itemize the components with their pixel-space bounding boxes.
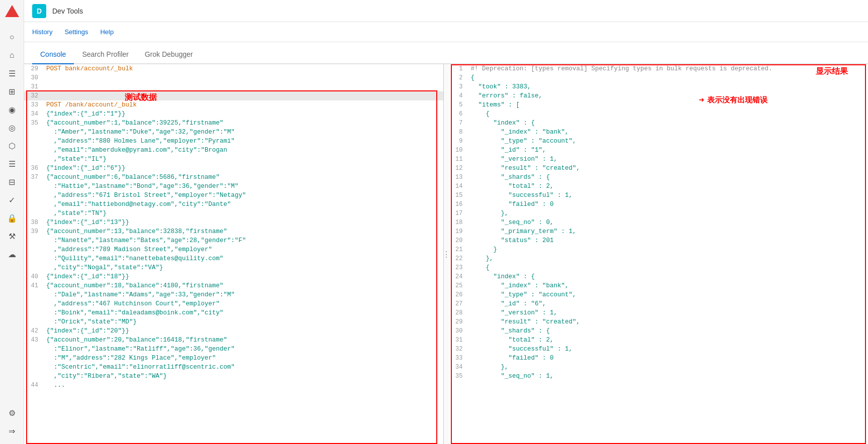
line-number <box>24 209 42 218</box>
line-content: "_index" : "bank", <box>467 281 869 290</box>
right-code-line: 11 "_version" : 1, <box>449 155 869 164</box>
line-content: "successful" : 1, <box>467 191 869 200</box>
line-number: 17 <box>449 209 467 218</box>
line-number: 39 <box>24 227 42 236</box>
line-content: {"account_number":6,"balance":5686,"firs… <box>42 173 443 182</box>
line-number: 6 <box>449 109 467 119</box>
left-code-line: :"Dale","lastname":"Adams","age":33,"gen… <box>24 290 443 299</box>
right-code-line: 18 "_seq_no" : 0, <box>449 218 869 227</box>
panel-splitter[interactable]: ⋮ <box>444 64 449 444</box>
line-number: 18 <box>449 218 467 227</box>
line-content: ... <box>42 381 443 390</box>
title-bar: D Dev Tools <box>24 0 868 22</box>
line-number: 31 <box>24 82 42 91</box>
line-number: 29 <box>24 64 42 73</box>
right-code-line: 25 "_index" : "bank", <box>449 281 869 290</box>
right-code-line: 14 "total" : 2, <box>449 182 869 191</box>
sidebar-icon-stack[interactable]: ⊟ <box>5 175 19 189</box>
line-number: 20 <box>449 236 467 245</box>
line-number: 36 <box>24 164 42 173</box>
line-content: :"Elinor","lastname":"Ratliff","age":36,… <box>42 345 443 354</box>
line-number: 28 <box>449 308 467 317</box>
sidebar-icon-gear[interactable]: ⚙ <box>5 406 19 420</box>
nav-settings[interactable]: Settings <box>64 28 88 36</box>
line-content: ,"city":"Ribera","state":"WA"} <box>42 372 443 381</box>
line-number <box>24 254 42 263</box>
sidebar-icon-grid[interactable]: ⊞ <box>5 84 19 98</box>
left-code-line: ,"city":"Nogal","state":"VA"} <box>24 263 443 272</box>
line-number: 38 <box>24 218 42 227</box>
line-number: 3 <box>449 82 467 91</box>
line-number: 33 <box>449 354 467 363</box>
sidebar-icon-person[interactable]: ◉ <box>5 102 19 117</box>
right-code-line: 33 "failed" : 0 <box>449 354 869 363</box>
sidebar-icon-arrow[interactable]: ⇒ <box>5 424 19 438</box>
line-number <box>24 363 42 372</box>
right-code-line: 26 "_type" : "account", <box>449 290 869 299</box>
tab-grok-debugger[interactable]: Grok Debugger <box>137 45 201 64</box>
right-code-line: 31 "total" : 2, <box>449 336 869 345</box>
right-code-line: 20 "status" : 201 <box>449 236 869 245</box>
left-code-line: 41{"account_number":18,"balance":4180,"f… <box>24 281 443 290</box>
line-number: 15 <box>449 191 467 200</box>
line-content: "items" : [ <box>467 100 869 109</box>
line-number: 12 <box>449 164 467 173</box>
sidebar-icon-check[interactable]: ✓ <box>5 193 19 207</box>
line-content: {"account_number":18,"balance":4180,"fir… <box>42 281 443 290</box>
line-content: "failed" : 0 <box>467 354 869 363</box>
right-code-line: 13 "_shards" : { <box>449 173 869 182</box>
sidebar-icon-cloud[interactable]: ☁ <box>5 247 19 261</box>
line-content: "_seq_no" : 1, <box>467 372 869 381</box>
tab-search-profiler[interactable]: Search Profiler <box>74 45 137 64</box>
line-number: 37 <box>24 173 42 182</box>
line-number: 26 <box>449 290 467 299</box>
line-number: 43 <box>24 336 42 345</box>
left-code-line: 43{"account_number":20,"balance":16418,"… <box>24 336 443 345</box>
left-panel[interactable]: 测试数据 29POST bank/account/_bulk30313233PO… <box>24 64 444 444</box>
left-code-line: :"Quility","email":"nanettebates@quility… <box>24 254 443 263</box>
sidebar-icon-document[interactable]: ☰ <box>5 157 19 171</box>
sidebar-icon-target[interactable]: ◎ <box>5 121 19 135</box>
line-content: ,"city":"Nogal","state":"VA"} <box>42 263 443 272</box>
tab-console[interactable]: Console <box>32 45 74 64</box>
line-number: 40 <box>24 272 42 281</box>
left-code-line: 37{"account_number":6,"balance":5686,"fi… <box>24 173 443 182</box>
line-number: 31 <box>449 336 467 345</box>
line-number: 44 <box>24 381 42 390</box>
sidebar: ○ ⌂ ☰ ⊞ ◉ ◎ ⬡ ☰ ⊟ ✓ 🔒 ⚒ ☁ ⚙ ⇒ <box>0 0 24 444</box>
line-number: 34 <box>449 363 467 372</box>
line-content: "failed" : 0 <box>467 200 869 209</box>
line-content: "_id" : "1", <box>467 146 869 155</box>
left-code-line: :"Orick","state":"MD"} <box>24 317 443 326</box>
line-content: :"Orick","state":"MD"} <box>42 317 443 326</box>
left-code-line: 30 <box>24 73 443 82</box>
line-number <box>24 299 42 308</box>
left-code-line: ,"email":"hattiebond@netagy.com","city":… <box>24 200 443 209</box>
line-content: "_index" : "bank", <box>467 128 869 137</box>
nav-history[interactable]: History <box>32 28 52 36</box>
sidebar-icon-tool[interactable]: ⚒ <box>5 229 19 243</box>
right-code-line: 3 "took" : 3383, <box>449 82 869 91</box>
right-code-line: 32 "successful" : 1, <box>449 345 869 354</box>
line-number: 21 <box>449 245 467 254</box>
line-number <box>24 308 42 317</box>
left-code-line: 31 <box>24 82 443 91</box>
nav-help[interactable]: Help <box>100 28 114 36</box>
sidebar-icon-shield[interactable]: ⬡ <box>5 139 19 153</box>
line-content: "total" : 2, <box>467 336 869 345</box>
left-code-line: 44 ... <box>24 381 443 390</box>
sidebar-icon-circle[interactable]: ○ <box>5 30 19 44</box>
line-content: { <box>467 263 869 272</box>
sidebar-icon-lock[interactable]: 🔒 <box>5 211 19 225</box>
line-content: ,"email":"amberduke@pyrami.com","city":"… <box>42 146 443 155</box>
line-content: {"index":{"_id":"6"}} <box>42 164 443 173</box>
left-code-line: 35{"account_number":1,"balance":39225,"f… <box>24 119 443 128</box>
line-number: 8 <box>449 128 467 137</box>
right-panel[interactable]: ➜ 表示没有出现错误 显示结果 1#! Deprecation: [types … <box>449 64 869 444</box>
line-number: 9 <box>449 137 467 146</box>
line-number: 14 <box>449 182 467 191</box>
line-content <box>42 91 443 100</box>
sidebar-icon-list[interactable]: ☰ <box>5 66 19 80</box>
line-content: ,"address":"467 Hutchinson Court","emplo… <box>42 299 443 308</box>
sidebar-icon-home[interactable]: ⌂ <box>5 48 19 62</box>
